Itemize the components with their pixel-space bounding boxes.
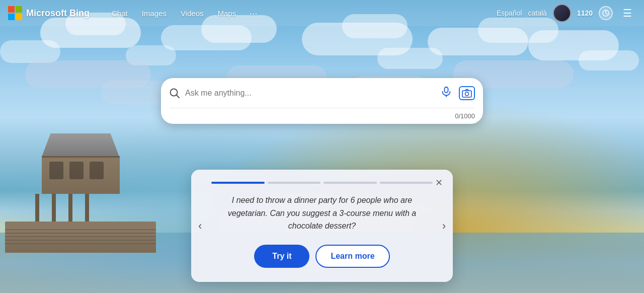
close-button[interactable]: ✕ xyxy=(432,176,446,190)
trophy-icon xyxy=(602,9,610,17)
navbar: Microsoft Bing Chat Images Videos Maps ·… xyxy=(0,0,644,26)
search-counter: 0/1000 xyxy=(161,108,483,124)
svg-rect-1 xyxy=(16,6,22,13)
progress-segment-4 xyxy=(380,182,433,184)
avatar[interactable] xyxy=(553,4,571,22)
svg-line-6 xyxy=(177,95,180,98)
svg-rect-9 xyxy=(462,91,471,97)
nav-videos[interactable]: Videos xyxy=(175,6,210,21)
dock-structure xyxy=(30,133,131,253)
svg-rect-3 xyxy=(16,14,22,20)
prev-arrow[interactable]: ‹ xyxy=(194,215,206,237)
progress-segment-3 xyxy=(324,182,377,184)
svg-rect-7 xyxy=(445,87,448,93)
progress-segment-2 xyxy=(268,182,321,184)
try-it-button[interactable]: Try it xyxy=(254,245,309,268)
tooltip-card: ✕ ‹ › I need to throw a dinner party for… xyxy=(191,170,453,282)
nav-links: Chat Images Videos Maps ··· xyxy=(106,6,263,21)
hamburger-icon[interactable]: ☰ xyxy=(619,5,636,21)
nav-images[interactable]: Images xyxy=(136,6,173,21)
progress-bar xyxy=(211,182,433,184)
camera-icon[interactable] xyxy=(459,86,475,100)
learn-more-button[interactable]: Learn more xyxy=(315,245,389,268)
lang-espanol[interactable]: Español xyxy=(497,9,522,17)
logo[interactable]: Microsoft Bing xyxy=(8,6,90,20)
rewards-icon[interactable] xyxy=(599,6,613,20)
nav-more-dots[interactable]: ··· xyxy=(244,6,263,21)
nav-maps[interactable]: Maps xyxy=(211,6,242,21)
search-box: 0/1000 xyxy=(161,78,483,124)
points-display: 1120 xyxy=(577,9,593,17)
svg-rect-0 xyxy=(8,6,15,13)
tooltip-actions: Try it Learn more xyxy=(211,245,433,268)
svg-point-10 xyxy=(465,92,469,96)
svg-rect-2 xyxy=(8,14,15,20)
logo-text: Microsoft Bing xyxy=(26,8,90,19)
tooltip-text: I need to throw a dinner party for 6 peo… xyxy=(211,194,433,233)
nav-right: Español català 1120 ☰ xyxy=(497,4,636,22)
nav-chat[interactable]: Chat xyxy=(106,6,134,21)
lang-catala[interactable]: català xyxy=(528,9,546,17)
progress-segment-1 xyxy=(211,182,265,184)
microsoft-logo-icon xyxy=(8,6,22,20)
search-icon xyxy=(169,88,180,99)
next-arrow[interactable]: › xyxy=(438,215,450,237)
search-container: 0/1000 xyxy=(161,78,483,124)
microphone-icon[interactable] xyxy=(439,84,454,102)
search-input[interactable] xyxy=(185,89,434,98)
avatar-image xyxy=(554,5,570,21)
